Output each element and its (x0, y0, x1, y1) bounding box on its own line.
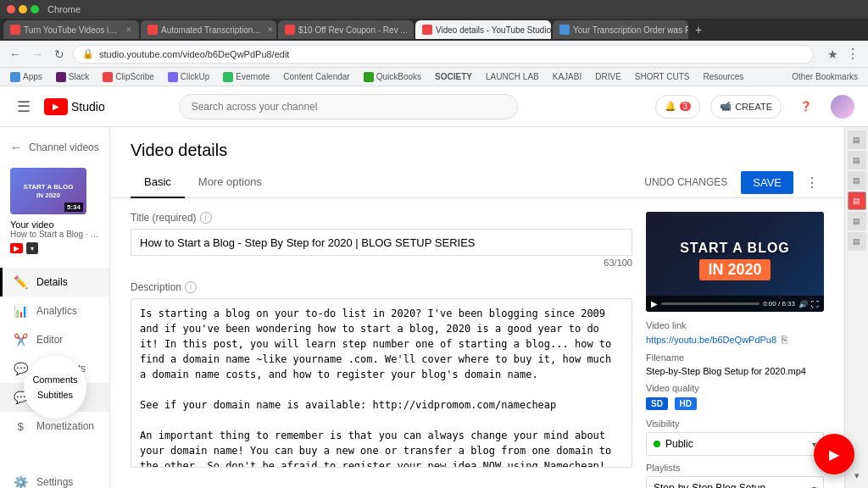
volume-icon[interactable]: 🔊 (798, 300, 808, 308)
description-info-icon[interactable]: i (185, 281, 197, 293)
sidebar-item-editor[interactable]: ✂️ Editor (0, 325, 109, 354)
bookmarks-bar: Apps Slack ClipScribe ClickUp Evernote C… (0, 68, 868, 86)
page-title: Video details (131, 141, 824, 160)
youtube-icon (44, 98, 68, 115)
video-link-label: Video link (646, 320, 824, 330)
notification-badge: 3 (680, 102, 692, 111)
bookmark-shortcuts[interactable]: SHORT CUTS (632, 70, 693, 83)
bookmark-clickup[interactable]: ClickUp (164, 70, 213, 84)
app-body: ← Channel videos START A BLOGIN 2020 5:3… (0, 127, 868, 488)
subscribe-badge[interactable]: ▶ (10, 243, 23, 253)
mini-btn-2[interactable]: ▤ (848, 151, 866, 169)
browser-tab-2[interactable]: Automated Transcription... ✕ (141, 20, 276, 39)
back-button[interactable]: ← (7, 46, 24, 63)
video-controls[interactable]: ▶ 0:00 / 6:33 🔊 ⛶ (646, 296, 824, 312)
extensions-area: ★ ⋮ (824, 46, 861, 63)
browser-tab-1[interactable]: Turn YouTube Videos into Blog P... ✕ (3, 20, 139, 39)
quality-label: Video quality (646, 383, 824, 393)
minimize-dot[interactable] (19, 5, 27, 14)
channel-preview: START A BLOGIN 2020 5:34 Your video How … (0, 161, 109, 261)
tab-close-1[interactable]: ✕ (125, 25, 132, 34)
mini-btn-5[interactable]: ▤ (848, 212, 866, 230)
bookmark-kajabi[interactable]: KAJABI (549, 70, 585, 83)
sub-dropdown-btn[interactable]: ▾ (26, 242, 38, 254)
video-preview: START A BLOG IN 2020 ▶ 0:00 / 6:33 🔊 (646, 212, 824, 312)
mini-btn-6[interactable]: ▤ (848, 232, 866, 251)
help-btn[interactable]: ❓ (792, 95, 821, 119)
playlist-value: Step-by-Step Blog Setup (654, 482, 765, 488)
sidebar-back-btn[interactable]: ← Channel videos (0, 134, 109, 161)
popup-subtitles[interactable]: Subtitles (37, 388, 73, 402)
quality-badge-sd: SD (646, 397, 668, 410)
sidebar-item-settings[interactable]: ⚙️ Settings (0, 468, 109, 488)
create-button[interactable]: 📹 CREATE (710, 95, 782, 119)
tab-close-2[interactable]: ✕ (267, 25, 274, 34)
title-label: Title (required) i (131, 212, 632, 224)
bookmark-other[interactable]: Other Bookmarks (788, 70, 861, 83)
video-link-anchor[interactable]: https://youtu.be/b6DeQwPdPu8 (646, 335, 776, 345)
mini-btn-3[interactable]: ▤ (848, 171, 866, 190)
popup-comments[interactable]: Comments (32, 373, 77, 386)
maximize-dot[interactable] (31, 5, 39, 14)
playlist-dropdown-arrow: ▾ (812, 484, 816, 488)
bookmark-apps[interactable]: Apps (7, 70, 46, 84)
editor-icon: ✂️ (13, 332, 28, 347)
more-actions-btn[interactable]: ⋮ (800, 171, 824, 194)
search-input[interactable] (179, 94, 518, 119)
user-avatar[interactable] (831, 95, 854, 119)
filename-section: Filename Step-by-Step Blog Setup for 202… (646, 352, 824, 376)
tab-basic[interactable]: Basic (131, 167, 185, 198)
close-dot[interactable] (7, 5, 15, 14)
browser-tabs: Turn YouTube Videos into Blog P... ✕ Aut… (0, 19, 868, 41)
bookmark-evernote[interactable]: Evernote (220, 70, 273, 84)
new-tab-button[interactable]: + (690, 23, 707, 36)
more-options-btn[interactable]: ⋮ (844, 46, 861, 63)
bookmark-resources[interactable]: Resources (699, 70, 747, 83)
bookmark-content-calendar[interactable]: Content Calendar (280, 70, 353, 83)
mini-chevron-down[interactable]: ▾ (848, 466, 866, 485)
bookmark-drive[interactable]: DRIVE (592, 70, 625, 83)
browser-chrome: Chrome (0, 0, 868, 19)
undo-changes-btn[interactable]: UNDO CHANGES (637, 173, 734, 191)
content-area: Title (required) i 63/100 Description i … (110, 198, 844, 488)
bookmark-clipscribe[interactable]: ClipScribe (99, 70, 158, 84)
bookmark-society[interactable]: SOCIETY (431, 70, 476, 83)
address-bar[interactable]: 🔒 studio.youtube.com/video/b6DeQwPdPu8/e… (73, 45, 814, 64)
bookmark-quickbooks[interactable]: QuickBooks (360, 70, 425, 84)
clickup-icon (168, 72, 178, 82)
hamburger-menu[interactable]: ☰ (14, 94, 34, 119)
description-textarea[interactable]: Is starting a blog on your to-do list in… (131, 298, 632, 468)
browser-window-controls (7, 5, 39, 14)
progress-bar[interactable] (661, 302, 760, 305)
visibility-dropdown[interactable]: Public ▾ (646, 432, 824, 456)
mini-btn-1[interactable]: ▤ (848, 130, 866, 149)
browser-tab-5[interactable]: Your Transcription Order was R... ✕ (553, 20, 688, 39)
page-tabs-bar: Basic More options UNDO CHANGES SAVE ⋮ (110, 167, 844, 198)
analytics-icon: 📊 (13, 303, 28, 319)
bookmark-slack[interactable]: Slack (53, 70, 92, 84)
description-label: Description i (131, 281, 632, 293)
bookmark-star[interactable]: ★ (824, 46, 841, 63)
bookmark-launchlab[interactable]: LAUNCH LAB (482, 70, 542, 83)
browser-tab-4[interactable]: Video details - YouTube Studio ✕ (415, 20, 551, 39)
browser-tab-3[interactable]: $10 Off Rev Coupon - Rev ... ✕ (278, 20, 414, 39)
forward-button[interactable]: → (29, 46, 46, 63)
mini-btn-4[interactable]: ▤ (848, 191, 866, 210)
thumbnail-title: START A BLOGIN 2020 (24, 183, 74, 199)
bell-icon: 🔔 (665, 101, 676, 112)
browser-app-name: Chrome (47, 4, 81, 14)
copy-link-icon[interactable]: ⎘ (782, 334, 787, 346)
sidebar-item-analytics[interactable]: 📊 Analytics (0, 297, 109, 325)
save-button[interactable]: SAVE (741, 171, 793, 194)
tab-more-options[interactable]: More options (185, 167, 275, 198)
notification-btn[interactable]: 🔔 3 (655, 95, 701, 119)
title-input[interactable] (131, 229, 632, 256)
youtube-fab[interactable] (814, 434, 854, 474)
channel-thumbnail: START A BLOGIN 2020 5:34 (10, 168, 86, 214)
playlist-dropdown[interactable]: Step-by-Step Blog Setup ▾ (646, 476, 824, 488)
reload-button[interactable]: ↻ (51, 46, 68, 63)
title-info-icon[interactable]: i (200, 212, 212, 224)
play-icon[interactable]: ▶ (651, 299, 658, 308)
sidebar-item-details[interactable]: ✏️ Details (0, 268, 109, 297)
fullscreen-icon[interactable]: ⛶ (811, 300, 819, 308)
